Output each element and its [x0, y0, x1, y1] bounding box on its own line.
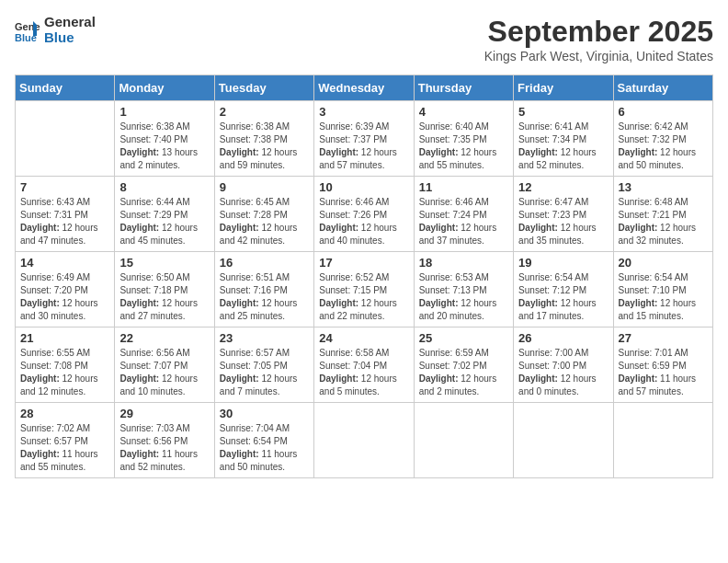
calendar-cell — [314, 403, 414, 478]
day-number: 23 — [220, 331, 309, 345]
location-title: Kings Park West, Virginia, United States — [484, 49, 713, 63]
day-number: 9 — [220, 180, 309, 194]
daylight-label: Daylight: — [419, 147, 461, 157]
calendar-cell: 15Sunrise: 6:50 AMSunset: 7:18 PMDayligh… — [115, 252, 214, 327]
daylight-label: Daylight: — [419, 373, 461, 384]
day-info: Sunrise: 6:43 AMSunset: 7:31 PMDaylight:… — [20, 196, 109, 247]
day-info: Sunrise: 6:45 AMSunset: 7:28 PMDaylight:… — [220, 196, 309, 247]
weekday-header: Friday — [514, 75, 613, 101]
calendar-cell: 29Sunrise: 7:03 AMSunset: 6:56 PMDayligh… — [115, 403, 214, 478]
day-number: 30 — [220, 407, 309, 420]
calendar-cell: 24Sunrise: 6:58 AMSunset: 7:04 PMDayligh… — [314, 327, 414, 403]
calendar-cell: 7Sunrise: 6:43 AMSunset: 7:31 PMDaylight… — [16, 177, 115, 252]
daylight-label: Daylight: — [518, 147, 561, 157]
daylight-label: Daylight: — [619, 373, 661, 384]
day-info: Sunrise: 6:41 AMSunset: 7:34 PMDaylight:… — [518, 121, 608, 172]
day-number: 16 — [220, 256, 309, 270]
day-number: 25 — [419, 331, 508, 345]
logo-blue: Blue — [44, 30, 96, 46]
daylight-label: Daylight: — [319, 147, 361, 157]
day-info: Sunrise: 6:42 AMSunset: 7:32 PMDaylight:… — [619, 121, 708, 172]
calendar-cell — [414, 403, 513, 478]
day-number: 4 — [419, 105, 508, 119]
calendar-table: SundayMondayTuesdayWednesdayThursdayFrid… — [15, 75, 713, 478]
daylight-label: Daylight: — [220, 373, 262, 384]
daylight-label: Daylight: — [518, 373, 561, 384]
day-number: 8 — [119, 180, 209, 194]
day-info: Sunrise: 7:03 AMSunset: 6:56 PMDaylight:… — [119, 422, 209, 474]
daylight-label: Daylight: — [518, 223, 561, 233]
calendar-cell: 21Sunrise: 6:55 AMSunset: 7:08 PMDayligh… — [16, 327, 115, 403]
weekday-header: Thursday — [414, 75, 513, 101]
day-number: 13 — [619, 180, 708, 194]
day-info: Sunrise: 6:40 AMSunset: 7:35 PMDaylight:… — [419, 121, 508, 172]
day-number: 12 — [518, 180, 608, 194]
day-number: 3 — [319, 105, 408, 119]
weekday-header: Wednesday — [314, 75, 414, 101]
day-info: Sunrise: 6:59 AMSunset: 7:02 PMDaylight:… — [419, 347, 508, 398]
day-info: Sunrise: 7:04 AMSunset: 6:54 PMDaylight:… — [220, 422, 309, 474]
day-number: 24 — [319, 331, 408, 345]
day-info: Sunrise: 6:48 AMSunset: 7:21 PMDaylight:… — [619, 196, 708, 247]
calendar-cell: 25Sunrise: 6:59 AMSunset: 7:02 PMDayligh… — [414, 327, 513, 403]
day-number: 11 — [419, 180, 508, 194]
day-number: 20 — [619, 256, 708, 270]
day-number: 15 — [119, 256, 209, 270]
logo: General Blue General Blue — [15, 15, 96, 45]
day-info: Sunrise: 7:01 AMSunset: 6:59 PMDaylight:… — [619, 347, 708, 398]
calendar-cell: 13Sunrise: 6:48 AMSunset: 7:21 PMDayligh… — [613, 177, 712, 252]
calendar-cell: 12Sunrise: 6:47 AMSunset: 7:23 PMDayligh… — [514, 177, 613, 252]
day-number: 17 — [319, 256, 408, 270]
logo-icon: General Blue — [15, 17, 40, 43]
daylight-label: Daylight: — [419, 298, 461, 308]
day-info: Sunrise: 6:49 AMSunset: 7:20 PMDaylight:… — [20, 271, 109, 323]
day-number: 18 — [419, 256, 508, 270]
day-info: Sunrise: 6:53 AMSunset: 7:13 PMDaylight:… — [419, 271, 508, 323]
daylight-label: Daylight: — [20, 449, 63, 459]
calendar-cell: 9Sunrise: 6:45 AMSunset: 7:28 PMDaylight… — [214, 177, 313, 252]
calendar-cell: 19Sunrise: 6:54 AMSunset: 7:12 PMDayligh… — [514, 252, 613, 327]
logo-general: General — [44, 15, 96, 30]
daylight-label: Daylight: — [220, 449, 262, 459]
calendar-cell: 5Sunrise: 6:41 AMSunset: 7:34 PMDaylight… — [514, 101, 613, 177]
daylight-label: Daylight: — [319, 298, 361, 308]
calendar-cell: 20Sunrise: 6:54 AMSunset: 7:10 PMDayligh… — [613, 252, 712, 327]
calendar-cell: 28Sunrise: 7:02 AMSunset: 6:57 PMDayligh… — [16, 403, 115, 478]
day-info: Sunrise: 6:38 AMSunset: 7:38 PMDaylight:… — [220, 121, 309, 172]
weekday-header: Saturday — [613, 75, 712, 101]
day-info: Sunrise: 6:55 AMSunset: 7:08 PMDaylight:… — [20, 347, 109, 398]
daylight-label: Daylight: — [319, 373, 361, 384]
day-number: 28 — [20, 407, 109, 420]
month-title: September 2025 — [484, 15, 713, 49]
day-info: Sunrise: 6:58 AMSunset: 7:04 PMDaylight:… — [319, 347, 408, 398]
daylight-label: Daylight: — [119, 373, 162, 384]
day-info: Sunrise: 7:00 AMSunset: 7:00 PMDaylight:… — [518, 347, 608, 398]
calendar-week-row: 7Sunrise: 6:43 AMSunset: 7:31 PMDaylight… — [16, 177, 713, 252]
daylight-label: Daylight: — [419, 223, 461, 233]
day-info: Sunrise: 6:54 AMSunset: 7:10 PMDaylight:… — [619, 271, 708, 323]
day-number: 19 — [518, 256, 608, 270]
daylight-label: Daylight: — [619, 298, 661, 308]
title-block: September 2025 Kings Park West, Virginia… — [484, 15, 713, 63]
daylight-label: Daylight: — [319, 223, 361, 233]
day-number: 5 — [518, 105, 608, 119]
day-number: 7 — [20, 180, 109, 194]
day-number: 1 — [119, 105, 209, 119]
calendar-week-row: 14Sunrise: 6:49 AMSunset: 7:20 PMDayligh… — [16, 252, 713, 327]
calendar-cell: 18Sunrise: 6:53 AMSunset: 7:13 PMDayligh… — [414, 252, 513, 327]
calendar-cell: 2Sunrise: 6:38 AMSunset: 7:38 PMDaylight… — [214, 101, 313, 177]
day-info: Sunrise: 6:57 AMSunset: 7:05 PMDaylight:… — [220, 347, 309, 398]
daylight-label: Daylight: — [20, 223, 63, 233]
day-info: Sunrise: 6:47 AMSunset: 7:23 PMDaylight:… — [518, 196, 608, 247]
day-info: Sunrise: 6:46 AMSunset: 7:24 PMDaylight:… — [419, 196, 508, 247]
day-info: Sunrise: 6:50 AMSunset: 7:18 PMDaylight:… — [119, 271, 209, 323]
day-number: 27 — [619, 331, 708, 345]
weekday-header: Tuesday — [214, 75, 313, 101]
calendar-cell: 14Sunrise: 6:49 AMSunset: 7:20 PMDayligh… — [16, 252, 115, 327]
daylight-label: Daylight: — [220, 298, 262, 308]
calendar-cell — [514, 403, 613, 478]
day-number: 14 — [20, 256, 109, 270]
daylight-label: Daylight: — [119, 223, 162, 233]
calendar-cell: 3Sunrise: 6:39 AMSunset: 7:37 PMDaylight… — [314, 101, 414, 177]
calendar-cell: 27Sunrise: 7:01 AMSunset: 6:59 PMDayligh… — [613, 327, 712, 403]
